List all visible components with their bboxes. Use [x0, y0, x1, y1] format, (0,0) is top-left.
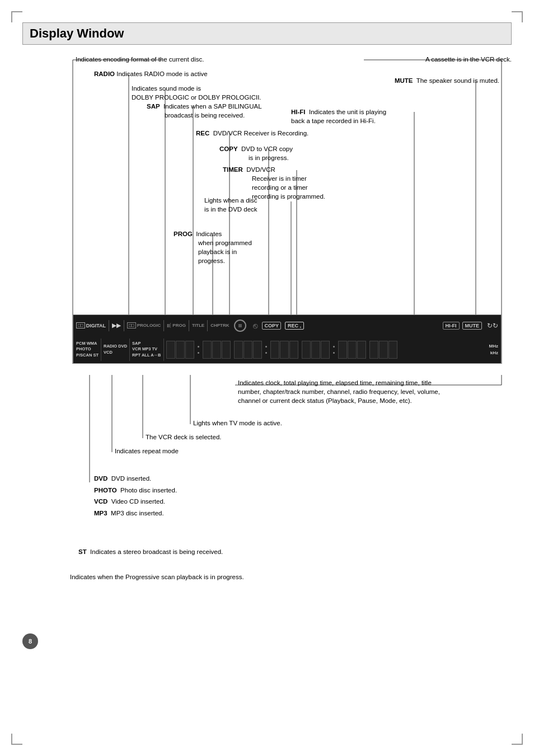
corner-mark-bl: [11, 734, 22, 745]
display-digits-row: PCM WMA PHOTO P/SCAN ST RADIO DVD VCD SA…: [73, 336, 501, 363]
digit-group-6: [338, 341, 366, 359]
sap-vcr-label: SAP VCR MP3 TV RPT ALL A↔B: [132, 341, 161, 359]
bottom-annotations: Indicates clock, total playing time, ela…: [22, 375, 512, 655]
dvddeck-annotation: Lights when a disc is in the DVD deck: [204, 196, 257, 214]
mute-indicator: MUTE: [462, 322, 483, 330]
annotations-top: Indicates encoding format of the current…: [22, 50, 512, 364]
rec-annotation: REC DVD/VCR Receiver is Recording.: [196, 129, 308, 138]
power-icon: ⎋: [253, 321, 257, 330]
clock-desc: Indicates clock, total playing time, ela…: [238, 378, 440, 405]
page-container: Display Window: [22, 22, 512, 734]
corner-mark-br: [512, 734, 523, 745]
title-box: Display Window: [22, 22, 512, 45]
dot-sep-3: [333, 346, 335, 354]
digit-group-7: [369, 341, 397, 359]
encoding-format-text: Indicates encoding format of the current…: [76, 55, 204, 64]
digit-group-3: [234, 341, 262, 359]
pscan-desc: Indicates when the Progressive scan play…: [70, 572, 244, 581]
repeat-desc: Indicates repeat mode: [115, 447, 179, 456]
dd-digital-indicator: □□ DIGITAL: [76, 322, 106, 328]
hifi-indicator: HI-FI: [443, 322, 460, 330]
repeat-icon: ↻↻: [487, 322, 498, 330]
content-area: Indicates encoding format of the current…: [22, 50, 512, 655]
divider: [109, 320, 109, 331]
st-desc: ST Indicates a stereo broadcast is being…: [78, 547, 223, 556]
hifi-annotation: HI-FI Indicates the unit is playing back…: [291, 107, 386, 125]
divider2: [124, 320, 124, 331]
ii-prog-indicator: II PROG: [167, 323, 186, 328]
sap-annotation: SAP Indicates when a SAP BILINGUAL broad…: [147, 102, 262, 120]
sound-mode-annotation: Indicates sound mode is DOLBY PROLOGIC o…: [132, 84, 261, 102]
display-panel: □□ DIGITAL ▶▶ □□ PROLOGIC: [73, 314, 502, 364]
cassette-text: A cassette is in the VCR deck.: [425, 55, 512, 64]
tv-mode-desc: Lights when TV mode is active.: [193, 419, 282, 428]
disc-icon: [234, 320, 246, 332]
rec-indicator: REC ,: [285, 322, 304, 330]
dot-sep-2: [265, 346, 267, 354]
frequency-label: MHz kHz: [489, 343, 498, 356]
corner-mark-tl: [11, 11, 22, 22]
digit-group-4: [270, 341, 298, 359]
display-indicators-row: □□ DIGITAL ▶▶ □□ PROLOGIC: [73, 315, 501, 336]
left-label-group: PCM WMA PHOTO P/SCAN ST: [76, 341, 99, 359]
divider4: [189, 320, 189, 331]
page-badge: 8: [22, 633, 38, 649]
disc-types: DVD DVD inserted. PHOTO Photo disc inser…: [94, 473, 177, 519]
divider5: [207, 320, 208, 331]
radio-annotation: RADIO Indicates RADIO mode is active: [94, 69, 208, 78]
copy-indicator: COPY: [262, 322, 281, 330]
divider-v1: [101, 339, 101, 361]
dd-prologic-indicator: □□ PROLOGIC: [127, 322, 161, 328]
bottom-section: Indicates clock, total playing time, ela…: [22, 375, 512, 655]
radio-dvd-label: RADIO DVD VCD: [104, 344, 127, 355]
prog-annotation: PROG Indicates when programmed playback …: [174, 229, 252, 265]
divider-v3: [163, 339, 164, 361]
page-title: Display Window: [30, 26, 504, 41]
divider-v2: [129, 339, 130, 361]
digit-group-2: [203, 341, 231, 359]
vcr-desc: The VCR deck is selected.: [146, 433, 222, 442]
copy-annotation: COPY DVD to VCR copy is in progress.: [219, 144, 293, 162]
digit-group-5: [302, 341, 330, 359]
dot-sep-1: [198, 346, 199, 354]
mute-annotation: MUTE The speaker sound is muted.: [395, 76, 499, 85]
chptrk-indicator: CHPTRK: [210, 323, 229, 328]
title-indicator: TITLE: [192, 323, 204, 328]
divider3: [163, 320, 164, 331]
digit-group-1: [166, 341, 194, 359]
corner-mark-tr: [512, 11, 523, 22]
play-icon: ▶▶: [112, 322, 121, 328]
